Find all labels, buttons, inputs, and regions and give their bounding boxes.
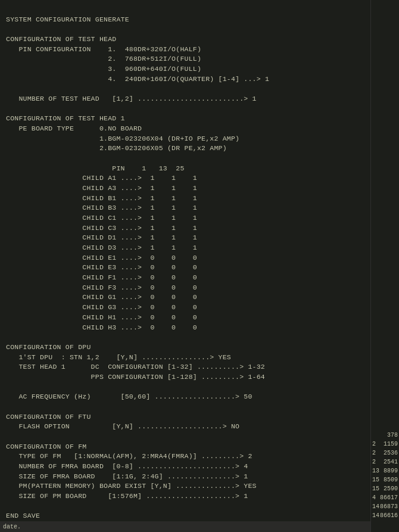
right-panel-row: 158509 [372, 475, 398, 484]
right-panel-row: 22536 [372, 449, 398, 458]
right-number-column: 3782115922536225411388991585091525904866… [370, 0, 399, 532]
right-panel-label: 13 [372, 466, 379, 475]
right-panel-number: 86873 [380, 502, 398, 511]
right-panel-label: 14 [372, 511, 379, 520]
bottom-status-bar: date. [0, 521, 370, 532]
right-panel-number: 1159 [384, 440, 398, 449]
right-panel-number: 86616 [380, 511, 398, 520]
right-panel-label: 2 [372, 440, 376, 449]
right-panel-row: 138899 [372, 466, 398, 475]
right-panel-row: 152590 [372, 484, 398, 493]
right-panel-number: 378 [387, 431, 398, 440]
screen-container: SYSTEM CONFIGURATION GENERATE CONFIGURAT… [0, 0, 399, 532]
right-panel-row: 1486616 [372, 511, 398, 520]
right-panel-row: 1486873 [372, 502, 398, 511]
terminal-output: SYSTEM CONFIGURATION GENERATE CONFIGURAT… [6, 5, 393, 532]
right-panel-number: 2590 [384, 484, 398, 493]
right-panel-number: 8899 [384, 466, 398, 475]
right-panel-row: 378 [372, 431, 398, 440]
right-panel-row: 486617 [372, 493, 398, 502]
right-panel-label: 14 [372, 502, 379, 511]
right-panel-row: 22541 [372, 458, 398, 466]
right-panel-label: 2 [372, 458, 376, 466]
right-panel-number: 8509 [384, 475, 398, 484]
main-terminal-area: SYSTEM CONFIGURATION GENERATE CONFIGURAT… [0, 0, 399, 532]
right-panel-label: 2 [372, 449, 376, 458]
right-panel-number: 86617 [380, 493, 398, 502]
right-panel-row: 21159 [372, 440, 398, 449]
right-panel-label: 15 [372, 484, 379, 493]
right-panel-number: 2536 [384, 449, 398, 458]
right-panel-label: 15 [372, 475, 379, 484]
bottom-bar-text: date. [3, 524, 21, 530]
right-panel-label: 4 [372, 493, 376, 502]
right-panel-number: 2541 [384, 458, 398, 466]
